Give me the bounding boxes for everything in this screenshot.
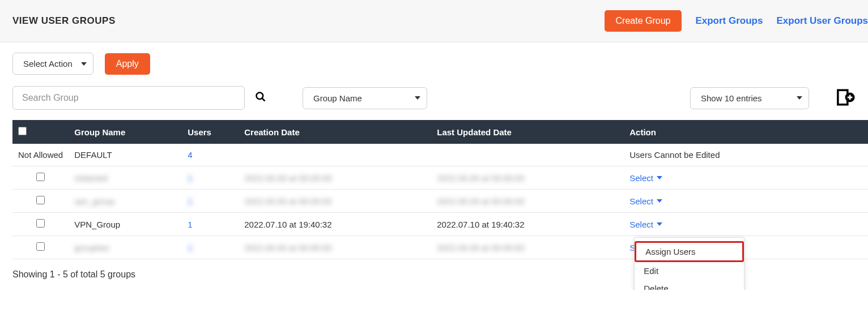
not-allowed-label: Not Allowed	[12, 144, 69, 166]
cell-action[interactable]: Select	[624, 213, 868, 236]
cell-group-name: VPN_Group	[69, 213, 182, 236]
select-all-checkbox[interactable]	[18, 127, 27, 135]
cell-users[interactable]: 1	[182, 213, 239, 236]
action-toolbar: Select Action Apply	[0, 42, 868, 79]
cell-group-name: DEFAULT	[69, 144, 182, 166]
caret-down-icon	[657, 176, 662, 179]
cell-users[interactable]: 4	[182, 144, 239, 166]
select-action-wrapper: Select Action	[12, 53, 93, 75]
page-title: VIEW USER GROUPS	[12, 15, 116, 27]
cell-users[interactable]: 1	[182, 236, 239, 259]
cell-group-name: redacted	[69, 166, 182, 190]
select-action-dropdown[interactable]: Select Action	[12, 53, 93, 75]
cell-creation-date: 2022.00.00 at 00:00:00	[239, 190, 431, 213]
table-row: vpn_group12022.00.00 at 00:00:002022.00.…	[12, 190, 868, 213]
search-input[interactable]	[12, 86, 245, 110]
col-header-action: Action	[624, 120, 868, 144]
menu-item-assign-users[interactable]: Assign Users	[635, 241, 744, 262]
action-select-dropdown[interactable]: Select	[629, 196, 662, 206]
cell-group-name: grouptwo	[69, 236, 182, 259]
action-select-dropdown[interactable]: Select	[629, 173, 662, 183]
add-column-icon[interactable]	[836, 88, 856, 109]
row-checkbox[interactable]	[36, 219, 45, 228]
export-groups-link[interactable]: Export Groups	[695, 15, 763, 27]
row-checkbox[interactable]	[36, 242, 45, 251]
col-header-group-name: Group Name	[69, 120, 182, 144]
table-wrapper: Group Name Users Creation Date Last Upda…	[0, 120, 868, 259]
cell-last-updated	[431, 144, 624, 166]
row-checkbox[interactable]	[36, 196, 45, 204]
col-header-creation-date: Creation Date	[239, 120, 431, 144]
cell-last-updated: 2022.00.00 at 00:00:00	[431, 166, 624, 190]
entries-select[interactable]: Show 10 entries	[690, 87, 809, 109]
export-user-groups-link[interactable]: Export User Groups	[776, 15, 868, 27]
cell-last-updated: 2022.00.00 at 00:00:00	[431, 190, 624, 213]
group-name-filter[interactable]: Group Name	[303, 87, 427, 109]
cell-users[interactable]: 1	[182, 166, 239, 190]
search-icon[interactable]	[255, 91, 266, 105]
filter-row: Group Name Show 10 entries	[0, 79, 868, 120]
create-group-button[interactable]: Create Group	[605, 10, 682, 32]
apply-button[interactable]: Apply	[105, 53, 150, 75]
col-header-users: Users	[182, 120, 239, 144]
svg-line-1	[262, 98, 265, 101]
table-row: Not AllowedDEFAULT4Users Cannot be Edite…	[12, 144, 868, 166]
cell-group-name: vpn_group	[69, 190, 182, 213]
svg-point-0	[257, 92, 263, 99]
cell-last-updated: 2022.07.10 at 19:40:32	[431, 213, 624, 236]
row-checkbox[interactable]	[36, 173, 45, 181]
cell-action[interactable]: Select	[624, 190, 868, 213]
action-dropdown-menu: Assign UsersEditDeleteDownload Members	[634, 237, 744, 290]
caret-down-icon	[657, 222, 662, 226]
cell-creation-date	[239, 144, 431, 166]
cell-action[interactable]: Select	[624, 166, 868, 190]
cell-creation-date: 2022.00.00 at 00:00:00	[239, 166, 431, 190]
menu-item-delete[interactable]: Delete	[635, 280, 744, 290]
cell-creation-date: 2022.00.00 at 00:00:00	[239, 236, 431, 259]
cell-last-updated: 2022.00.00 at 00:00:00	[431, 236, 624, 259]
cell-action: Users Cannot be Edited	[624, 144, 868, 166]
col-header-check	[12, 120, 69, 144]
table-row: VPN_Group12022.07.10 at 19:40:322022.07.…	[12, 213, 868, 236]
group-name-filter-wrapper: Group Name	[303, 87, 427, 109]
entries-select-wrapper: Show 10 entries	[690, 87, 809, 109]
search-wrapper	[12, 86, 266, 110]
menu-item-edit[interactable]: Edit	[635, 262, 744, 280]
table-header-row: Group Name Users Creation Date Last Upda…	[12, 120, 868, 144]
table-row: redacted12022.00.00 at 00:00:002022.00.0…	[12, 166, 868, 190]
header-actions: Create Group Export Groups Export User G…	[605, 10, 869, 32]
cell-creation-date: 2022.07.10 at 19:40:32	[239, 213, 431, 236]
header-bar: VIEW USER GROUPS Create Group Export Gro…	[0, 0, 868, 42]
cell-users[interactable]: 1	[182, 190, 239, 213]
caret-down-icon	[657, 199, 662, 203]
col-header-last-updated: Last Updated Date	[431, 120, 624, 144]
action-select-dropdown[interactable]: Select	[629, 220, 662, 229]
